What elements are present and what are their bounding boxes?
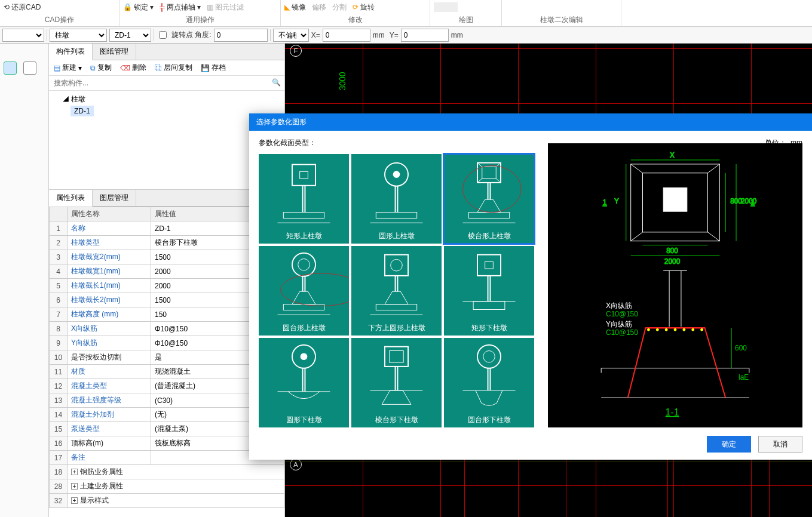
svg-rect-29 xyxy=(283,304,324,310)
svg-point-93 xyxy=(674,328,676,331)
search-input[interactable] xyxy=(49,76,284,90)
list-mode-icon[interactable] xyxy=(4,61,17,75)
rotate-checkbox[interactable] xyxy=(159,31,167,39)
svg-point-46 xyxy=(301,353,308,360)
ok-button[interactable]: 确定 xyxy=(707,436,751,453)
shape-option[interactable]: 圆形下柱墩 xyxy=(259,338,349,427)
svg-line-64 xyxy=(631,164,643,173)
x-input[interactable] xyxy=(323,29,370,42)
svg-line-67 xyxy=(707,232,719,241)
thumb-mode-icon[interactable] xyxy=(23,61,36,75)
search-icon[interactable]: 🔍 xyxy=(272,78,281,87)
table-group-row[interactable]: 28+土建业务属性 xyxy=(50,479,284,494)
svg-text:X: X xyxy=(670,151,675,159)
shape-option[interactable]: 棱台形下柱墩 xyxy=(351,338,442,427)
cancel-button[interactable]: 取消 xyxy=(758,436,802,453)
filter-button[interactable]: ▥ 图元过滤 xyxy=(207,2,244,13)
delete-button[interactable]: ⌫删除 xyxy=(120,63,146,73)
split-button[interactable]: 分割 xyxy=(332,2,347,13)
svg-line-14 xyxy=(477,163,482,167)
svg-rect-21 xyxy=(468,213,509,219)
save-button[interactable]: 💾存档 xyxy=(201,63,226,73)
svg-point-24 xyxy=(292,253,315,276)
svg-point-90 xyxy=(647,328,649,331)
svg-text:Y向纵筋: Y向纵筋 xyxy=(606,320,632,328)
svg-rect-4 xyxy=(283,213,324,219)
shape-option[interactable]: 矩形下柱墩 xyxy=(444,246,534,336)
svg-rect-63 xyxy=(663,188,687,212)
svg-marker-36 xyxy=(385,291,408,304)
lock-button[interactable]: 🔒锁定 ▾ xyxy=(123,2,154,13)
two-point-axis-button[interactable]: ╬两点辅轴 ▾ xyxy=(160,2,201,13)
shape-picker-dialog: 选择参数化图形 参数化截面类型： 单位： mm 矩形上柱墩圆形上柱墩棱台形上柱墩… xyxy=(249,113,812,460)
option-bar: 柱墩 ZD-1 旋转点 角度: 不偏移 X= mm Y= mm xyxy=(0,27,812,44)
component-select[interactable]: ZD-1 xyxy=(109,29,151,42)
tab-component-list[interactable]: 构件列表 xyxy=(49,44,93,60)
svg-point-96 xyxy=(701,328,703,331)
svg-text:1: 1 xyxy=(750,198,755,207)
svg-rect-0 xyxy=(292,165,315,186)
svg-marker-55 xyxy=(382,390,411,404)
svg-text:C10@150: C10@150 xyxy=(606,310,638,318)
svg-line-17 xyxy=(496,179,501,183)
svg-point-23 xyxy=(463,166,522,213)
tab-layer-manage[interactable]: 图层管理 xyxy=(93,190,136,206)
ribbon: ⟲ 还原CAD CAD操作 🔒锁定 ▾ ╬两点辅轴 ▾ ▥ 图元过滤 通用操作 … xyxy=(0,0,812,27)
ribbon-group-label: 修改 xyxy=(284,15,426,25)
svg-rect-51 xyxy=(390,350,403,362)
restore-cad-button[interactable]: ⟲ 还原CAD xyxy=(4,2,41,13)
svg-point-56 xyxy=(477,345,501,368)
svg-rect-40 xyxy=(485,261,494,269)
grid-bubble: F xyxy=(290,45,302,57)
y-input[interactable] xyxy=(401,29,449,42)
shape-option[interactable]: 圆台形上柱墩 xyxy=(259,246,349,336)
svg-rect-44 xyxy=(473,301,505,310)
svg-point-91 xyxy=(656,328,658,331)
svg-text:Y: Y xyxy=(614,197,619,205)
mirror-button[interactable]: ◣镜像 xyxy=(284,2,306,13)
new-button[interactable]: ▤新建 ▾ xyxy=(54,63,82,73)
svg-text:600: 600 xyxy=(735,344,747,352)
col-name: 属性名称 xyxy=(68,207,151,221)
copy-button[interactable]: ⧉复制 xyxy=(90,63,112,73)
svg-rect-39 xyxy=(477,255,501,276)
svg-rect-1 xyxy=(300,171,308,179)
offset-select[interactable]: 不偏移 xyxy=(273,29,309,42)
svg-line-16 xyxy=(477,179,482,183)
svg-line-66 xyxy=(631,232,643,241)
tab-drawing-manage[interactable]: 图纸管理 xyxy=(93,44,136,60)
svg-point-94 xyxy=(683,328,685,331)
layer-copy-button[interactable]: ⿻层间复制 xyxy=(155,63,192,73)
tab-properties[interactable]: 属性列表 xyxy=(49,190,93,207)
rotate-button[interactable]: ⟳旋转 xyxy=(353,2,375,13)
shape-option[interactable]: 棱台形上柱墩 xyxy=(444,154,534,244)
svg-rect-10 xyxy=(376,213,416,219)
svg-text:1: 1 xyxy=(603,198,607,207)
svg-rect-32 xyxy=(385,255,408,276)
svg-text:X向纵筋: X向纵筋 xyxy=(606,301,632,310)
table-group-row[interactable]: 18+钢筋业务属性 xyxy=(50,465,284,479)
svg-rect-50 xyxy=(385,347,408,367)
svg-rect-13 xyxy=(482,167,496,179)
grid-bubble: A xyxy=(290,458,302,470)
svg-text:C10@150: C10@150 xyxy=(606,328,638,337)
category-select[interactable]: 柱墩 xyxy=(50,29,107,42)
ribbon-group-label: 柱墩二次编辑 xyxy=(505,15,617,25)
shape-option[interactable]: 下方上圆形上柱墩 xyxy=(351,246,442,336)
mm-label: mm xyxy=(451,31,463,39)
svg-point-31 xyxy=(280,273,349,306)
svg-line-65 xyxy=(707,164,719,173)
left-mode-column xyxy=(0,44,49,517)
tree-leaf[interactable]: ZD-1 xyxy=(71,106,94,116)
svg-text:1-1: 1-1 xyxy=(666,407,679,417)
angle-input[interactable] xyxy=(214,29,268,42)
ribbon-group-label: 通用操作 xyxy=(123,15,277,25)
shape-option[interactable]: 圆形上柱墩 xyxy=(351,154,442,244)
left-select-1[interactable] xyxy=(2,29,44,42)
table-group-row[interactable]: 32+显示样式 xyxy=(50,494,284,508)
shape-option[interactable]: 矩形上柱墩 xyxy=(259,154,349,244)
shape-option[interactable]: 圆台形下柱墩 xyxy=(444,338,534,427)
tree-node[interactable]: ◢ 柱墩 xyxy=(54,93,280,106)
x-label: X= xyxy=(311,31,320,39)
offset-button[interactable]: 偏移 xyxy=(312,2,326,13)
